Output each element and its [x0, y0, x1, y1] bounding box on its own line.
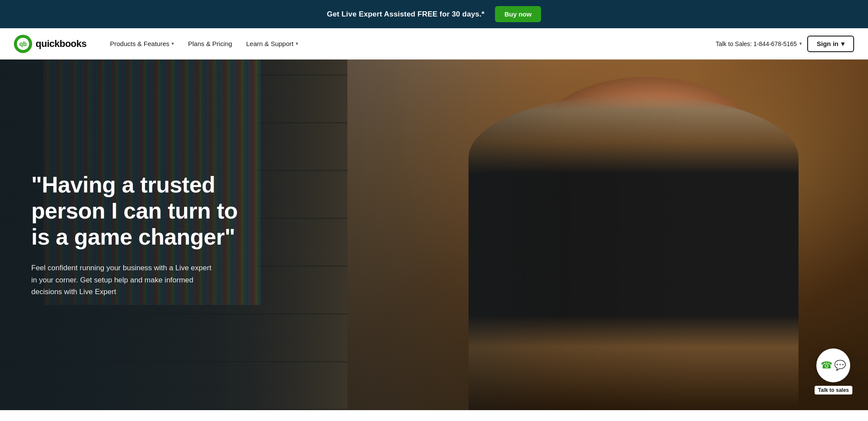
chat-message-icon: 💬: [834, 360, 846, 371]
plans-pricing-label: Plans & Pricing: [188, 40, 232, 47]
nav-links: Products & Features ▾ Plans & Pricing Le…: [104, 36, 716, 51]
talk-to-sales-link[interactable]: Talk to Sales: 1-844-678-5165 ▾: [716, 40, 802, 47]
phone-icon: ☎: [821, 360, 832, 371]
nav-right: Talk to Sales: 1-844-678-5165 ▾ Sign in …: [716, 36, 854, 52]
sign-in-button[interactable]: Sign in ▾: [807, 36, 854, 52]
sign-in-chevron-icon: ▾: [841, 40, 845, 48]
banner-text: Get Live Expert Assisted FREE for 30 day…: [327, 10, 485, 19]
hero-quote: "Having a trusted person I can turn to i…: [31, 172, 261, 250]
learn-chevron-icon: ▾: [296, 41, 298, 46]
talk-to-sales-text: Talk to Sales: 1-844-678-5165: [716, 40, 797, 47]
plans-pricing-nav[interactable]: Plans & Pricing: [182, 36, 238, 51]
logo-link[interactable]: qb quickbooks: [14, 35, 86, 53]
hero-content: "Having a trusted person I can turn to i…: [0, 172, 261, 298]
quickbooks-logo-icon: qb: [14, 35, 32, 53]
buy-now-button[interactable]: Buy now: [495, 6, 541, 22]
products-features-nav[interactable]: Products & Features ▾: [104, 36, 180, 51]
learn-support-label: Learn & Support: [246, 40, 294, 47]
sign-in-label: Sign in: [817, 40, 838, 47]
products-features-label: Products & Features: [110, 40, 169, 47]
chat-circle-button[interactable]: ☎ 💬: [816, 348, 850, 382]
logo-text: quickbooks: [36, 38, 86, 50]
svg-text:qb: qb: [19, 40, 26, 47]
chat-label: Talk to sales: [815, 386, 852, 394]
top-banner: Get Live Expert Assisted FREE for 30 day…: [0, 0, 868, 28]
hero-subtext: Feel confident running your business wit…: [31, 262, 218, 298]
talk-sales-chevron-icon: ▾: [799, 41, 802, 46]
navbar: qb quickbooks Products & Features ▾ Plan…: [0, 28, 868, 60]
products-chevron-icon: ▾: [172, 41, 174, 46]
chat-widget[interactable]: ☎ 💬 Talk to sales: [815, 348, 852, 394]
hero-section: "Having a trusted person I can turn to i…: [0, 60, 868, 410]
learn-support-nav[interactable]: Learn & Support ▾: [240, 36, 304, 51]
